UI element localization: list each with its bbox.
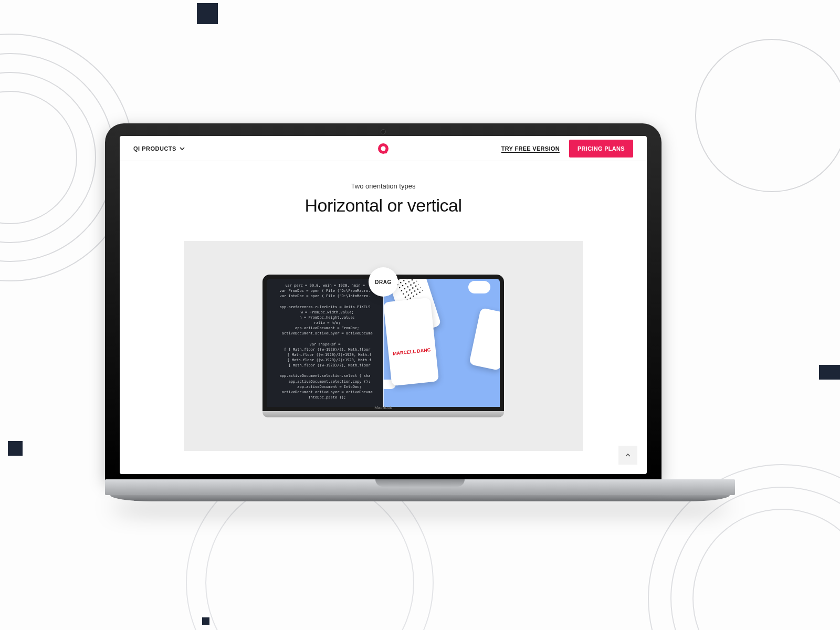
compare-panel: var perc = 99.0, wmin = 1920, hmin = var…	[184, 241, 583, 451]
svg-point-2	[0, 72, 96, 243]
compare-divider	[383, 279, 384, 407]
bg-square-icon	[8, 441, 23, 456]
chevron-up-icon	[625, 452, 631, 458]
compare-right-pane: MARCELL DANC	[383, 279, 500, 407]
svg-point-3	[0, 91, 77, 224]
compare-left-pane: var perc = 99.0, wmin = 1920, hmin = var…	[267, 279, 383, 407]
svg-point-8	[671, 487, 840, 630]
svg-point-9	[693, 509, 840, 630]
pricing-button[interactable]: PRICING PLANS	[569, 140, 633, 158]
svg-point-1	[0, 54, 114, 261]
section-headline: Horizontal or vertical	[120, 195, 647, 216]
site-header: QI PRODUCTS TRY FREE VERSION PRICING PLA…	[120, 136, 647, 161]
marcell-label: MARCELL DANC	[393, 348, 431, 356]
bg-square-icon	[197, 3, 218, 24]
bg-square-icon	[202, 617, 209, 625]
products-label: QI PRODUCTS	[133, 145, 176, 152]
code-sample: var perc = 99.0, wmin = 1920, hmin = var…	[267, 279, 383, 404]
chevron-down-icon	[180, 146, 185, 151]
products-dropdown[interactable]: QI PRODUCTS	[133, 145, 185, 152]
laptop-mockup: QI PRODUCTS TRY FREE VERSION PRICING PLA…	[105, 123, 735, 501]
svg-point-11	[381, 146, 386, 151]
phone-mockup: MARCELL DANC	[383, 298, 439, 386]
svg-point-12	[385, 151, 387, 154]
site-body: Two orientation types Horizontal or vert…	[120, 161, 647, 474]
scroll-to-top-button[interactable]	[618, 446, 637, 465]
laptop-screen: QI PRODUCTS TRY FREE VERSION PRICING PLA…	[120, 136, 647, 474]
bg-square-icon	[819, 365, 840, 380]
camera-icon	[381, 129, 386, 134]
try-free-link[interactable]: TRY FREE VERSION	[501, 145, 560, 152]
section-eyebrow: Two orientation types	[120, 182, 647, 190]
phone-mockup	[469, 308, 500, 371]
cloud-icon	[468, 281, 490, 293]
drag-label: DRAG	[375, 279, 391, 285]
brand-logo-icon[interactable]	[377, 142, 390, 155]
drag-handle[interactable]: DRAG	[369, 267, 398, 297]
svg-point-6	[206, 479, 414, 630]
